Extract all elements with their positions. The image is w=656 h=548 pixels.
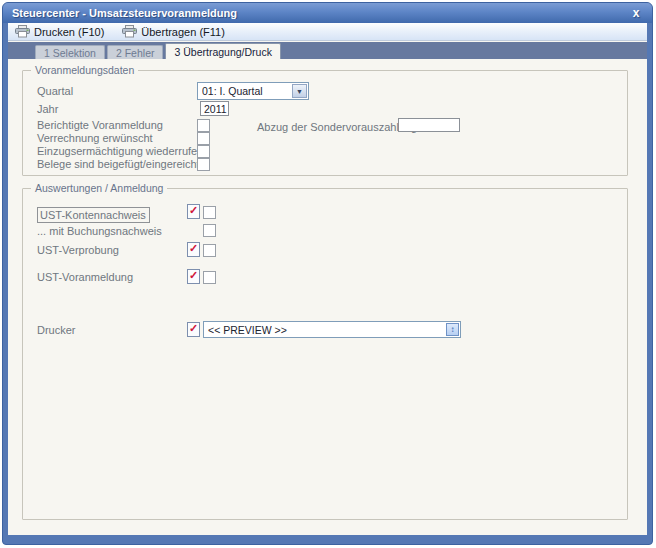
title-bar: Steuercenter - Umsatzsteuervoranmeldung …: [3, 3, 652, 23]
einzug-label: Einzugsermächtigung wiederrufen: [37, 145, 203, 157]
quartal-value: 01: I. Quartal: [202, 84, 292, 99]
abzug-input[interactable]: [398, 118, 460, 132]
drucker-combobox[interactable]: << PREVIEW >> ↕: [203, 321, 461, 338]
berichtigte-label: Berichtigte Voranmeldung: [37, 119, 163, 131]
group-voranmeldungsdaten: Voranmeldungsdaten Quartal 01: I. Quarta…: [22, 70, 628, 176]
drucker-value: << PREVIEW >>: [208, 323, 444, 337]
voranmeldung-label: UST-Voranmeldung: [37, 271, 133, 283]
drucken-label: Drucken (F10): [34, 26, 104, 38]
tab-page-uebertragung-druck: Voranmeldungsdaten Quartal 01: I. Quarta…: [8, 59, 647, 535]
up-down-arrow-icon[interactable]: ↕: [446, 323, 459, 336]
buchungsnachweis-row: ... mit Buchungsnachweis: [23, 224, 627, 239]
quartal-row: Quartal 01: I. Quartal ▼: [23, 82, 627, 97]
verprobung-checkbox[interactable]: [203, 244, 216, 257]
close-icon[interactable]: x: [629, 7, 643, 19]
verprobung-row: UST-Verprobung: [23, 243, 627, 258]
drucker-label: Drucker: [37, 324, 76, 336]
printer-icon: [15, 25, 30, 38]
tab-uebertragung-druck[interactable]: 3 Übertragung/Druck: [165, 43, 280, 59]
quartal-label: Quartal: [37, 85, 73, 97]
report-check-icon[interactable]: [187, 242, 200, 257]
report-check-icon[interactable]: [187, 322, 200, 337]
voranmeldung-row: UST-Voranmeldung: [23, 270, 627, 285]
belege-row: Belege sind beigefügt/eingereicht: [23, 157, 627, 172]
report-check-icon[interactable]: [187, 204, 200, 219]
drucken-button[interactable]: Drucken (F10): [12, 24, 107, 40]
uebertragen-button[interactable]: Übertragen (F11): [119, 24, 228, 40]
belege-label: Belege sind beigefügt/eingereicht: [37, 158, 200, 170]
chevron-down-icon[interactable]: ▼: [292, 84, 307, 98]
kontennachweis-checkbox[interactable]: [203, 206, 216, 219]
tab-selektion[interactable]: 1 Selektion: [35, 45, 105, 59]
toolbar: Drucken (F10) Übertragen (F11): [8, 23, 647, 41]
jahr-label: Jahr: [37, 103, 58, 115]
report-check-icon[interactable]: [187, 269, 200, 284]
group-title: Voranmeldungsdaten: [31, 64, 138, 76]
quartal-combobox[interactable]: 01: I. Quartal ▼: [197, 82, 309, 100]
group-auswertungen-anmeldung: Auswertungen / Anmeldung UST-Kontennachw…: [22, 188, 628, 520]
verprobung-label: UST-Verprobung: [37, 244, 119, 256]
verrechnung-label: Verrechnung erwünscht: [37, 132, 153, 144]
belege-checkbox[interactable]: [197, 158, 210, 171]
kontennachweis-row: UST-Kontennachweis: [23, 206, 627, 221]
jahr-input[interactable]: [200, 101, 229, 116]
steuercenter-window: Steuercenter - Umsatzsteuervoranmeldung …: [2, 2, 653, 545]
voranmeldung-checkbox[interactable]: [203, 271, 216, 284]
buchungsnachweis-label: ... mit Buchungsnachweis: [37, 225, 162, 237]
window-body: Drucken (F10) Übertragen (F11) 1 Selekti…: [8, 23, 647, 535]
jahr-row: Jahr: [23, 100, 627, 115]
tab-strip: 1 Selektion 2 Fehler 3 Übertragung/Druck: [8, 42, 647, 59]
tab-fehler[interactable]: 2 Fehler: [107, 45, 164, 59]
window-title: Steuercenter - Umsatzsteuervoranmeldung: [12, 7, 629, 19]
uebertragen-label: Übertragen (F11): [141, 26, 225, 38]
drucker-row: Drucker << PREVIEW >> ↕: [23, 321, 627, 336]
printer-icon: [122, 25, 137, 38]
group-title: Auswertungen / Anmeldung: [31, 182, 167, 194]
buchungsnachweis-checkbox[interactable]: [203, 224, 216, 237]
kontennachweis-label: UST-Kontennachweis: [37, 207, 150, 223]
